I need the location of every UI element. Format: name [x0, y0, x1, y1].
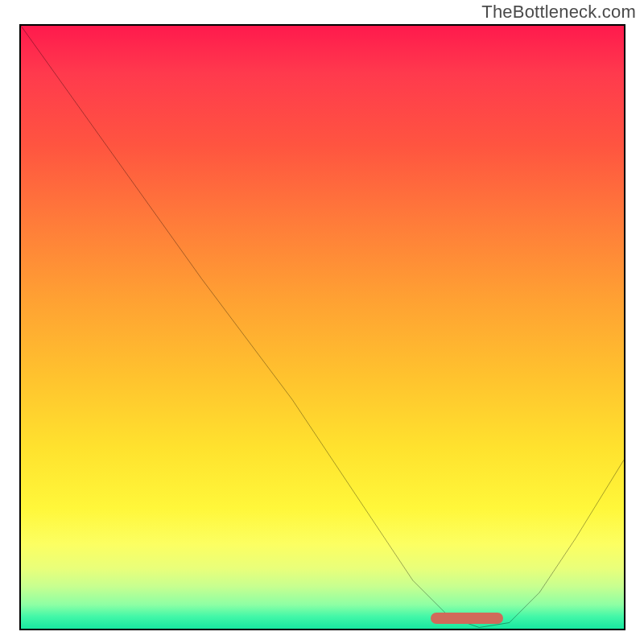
- chart-container: TheBottleneck.com: [0, 0, 644, 644]
- bottleneck-curve: [21, 26, 624, 629]
- attribution-label: TheBottleneck.com: [481, 2, 636, 23]
- optimal-range-marker: [431, 613, 503, 624]
- curve-path: [21, 26, 624, 628]
- plot-area: [19, 24, 625, 630]
